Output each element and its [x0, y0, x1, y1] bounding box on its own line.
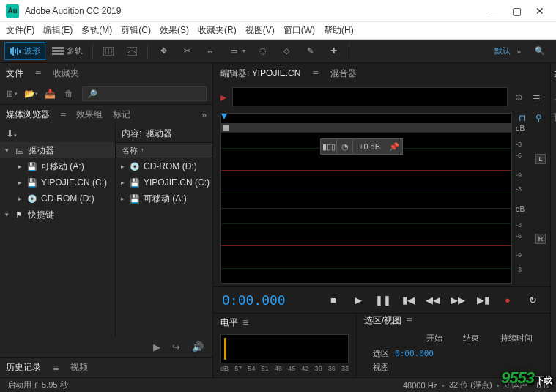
search-field[interactable]	[100, 89, 201, 98]
list-icon[interactable]: ≣	[530, 90, 543, 103]
hud-gain-overlay[interactable]: ▮▯▯ ◔ +0 dB 📌	[320, 138, 403, 155]
tab-effects-rack[interactable]: 效果组	[76, 108, 103, 121]
svg-rect-4	[19, 50, 21, 53]
minimize-button[interactable]: —	[489, 7, 497, 15]
menu-effects[interactable]: 效果(S)	[160, 24, 189, 37]
editor-panel-menu[interactable]: ≡	[312, 67, 318, 79]
menu-window[interactable]: 窗口(W)	[283, 24, 315, 37]
tool-marquee-button[interactable]: ◌	[252, 42, 274, 60]
tab-history[interactable]: 历史记录	[6, 361, 41, 374]
workspace-switcher[interactable]: 默认 » 🔍	[494, 45, 552, 56]
editor-tab[interactable]: 编辑器: YIPOJIE.CN	[220, 67, 300, 80]
rewind-button[interactable]: ◀◀	[424, 292, 442, 309]
tool-pitch-button[interactable]	[121, 42, 143, 60]
maximize-button[interactable]: ▢	[512, 7, 521, 15]
tab-favorites[interactable]: 收藏夹	[53, 67, 79, 80]
import-icon[interactable]: 📥	[44, 88, 56, 100]
tree-item[interactable]: ▸ 💾 YIPOJIE.CN (C:)	[0, 174, 115, 191]
selection-panel-menu[interactable]: ≡	[406, 314, 412, 326]
tab-media-browser[interactable]: 媒体浏览器	[6, 108, 50, 121]
menu-clip[interactable]: 剪辑(C)	[121, 24, 151, 37]
levels-meter[interactable]	[220, 334, 349, 363]
tool-heal-button[interactable]: ✚	[322, 42, 344, 60]
channel-badge-l[interactable]: L	[535, 154, 546, 164]
name-column-header[interactable]: 名称 ↑	[116, 142, 212, 158]
sel-start-value[interactable]: 0:00.000	[395, 349, 434, 358]
autoplay-icon[interactable]: ↪	[172, 341, 180, 352]
tab-files[interactable]: 文件	[6, 67, 23, 80]
tree-root-drives[interactable]: ▾ 🖴 驱动器	[0, 142, 115, 158]
files-panel-menu[interactable]: ≡	[35, 67, 41, 79]
tree-item[interactable]: ▸ 💿 CD-ROM (D:)	[0, 191, 115, 207]
search-input[interactable]: 🔎	[82, 86, 207, 101]
expand-icon[interactable]: ▸	[16, 163, 23, 170]
menu-edit[interactable]: 编辑(E)	[43, 24, 73, 37]
waveform-display[interactable]: ▮▯▯ ◔ +0 dB 📌	[220, 113, 512, 284]
download-icon[interactable]: ⬇▾	[6, 128, 17, 139]
skip-start-button[interactable]: ▮◀	[399, 292, 417, 309]
menu-favorites[interactable]: 收藏夹(R)	[198, 24, 237, 37]
tab-markers[interactable]: 标记	[113, 108, 130, 121]
collapse-icon[interactable]: ▾	[3, 211, 10, 218]
expand-icon[interactable]: ▸	[119, 163, 126, 170]
play-button[interactable]: ▶	[349, 292, 367, 309]
list-item[interactable]: ▸ 💾 可移动 (A:)	[116, 191, 212, 207]
tree-item[interactable]: ▸ 💾 可移动 (A:)	[0, 158, 115, 174]
menu-view[interactable]: 视图(V)	[245, 24, 275, 37]
menu-help[interactable]: 帮助(H)	[324, 24, 354, 37]
selection-tab[interactable]: 选区/视图 ≡	[357, 314, 550, 327]
list-item[interactable]: ▸ 💾 YIPOJIE.CN (C:)	[116, 174, 212, 191]
forward-button[interactable]: ▶▶	[449, 292, 467, 309]
levels-tab[interactable]: 电平 ≡	[213, 314, 356, 331]
close-button[interactable]: ✕	[535, 7, 544, 15]
hud-pin-icon[interactable]: 📌	[386, 139, 402, 154]
view-waveform-button[interactable]: 波形	[4, 42, 45, 60]
zoom-face-icon[interactable]: ☺	[512, 90, 525, 103]
time-ruler[interactable]	[221, 114, 511, 124]
channel-badge-r[interactable]: R	[535, 234, 546, 244]
open-file-icon[interactable]: 📂▾	[25, 88, 37, 100]
history-panel-menu[interactable]: ≡	[53, 362, 59, 374]
expand-tabs[interactable]: »	[201, 110, 207, 120]
pause-button[interactable]: ❚❚	[374, 292, 392, 309]
volume-icon[interactable]: 🔊	[192, 341, 204, 352]
levels-panel-menu[interactable]: ≡	[242, 317, 248, 328]
clip-header[interactable]	[221, 124, 511, 133]
snap-icon[interactable]: ⊓	[519, 113, 525, 123]
stop-button[interactable]: ■	[325, 292, 342, 309]
collapse-icon[interactable]: ▾	[3, 147, 10, 154]
new-file-icon[interactable]: 🗎▾	[6, 88, 18, 100]
view-multitrack-button[interactable]: 多轨	[47, 42, 88, 60]
tool-move-button[interactable]: ✥	[152, 42, 174, 60]
time-display[interactable]: 0:00.000	[222, 292, 310, 308]
skip-end-button[interactable]: ▶▮	[474, 292, 492, 309]
menu-file[interactable]: 文件(F)	[6, 24, 34, 37]
channel-right[interactable]	[221, 208, 511, 284]
tool-time-button[interactable]: ▭▾	[223, 42, 251, 60]
list-item[interactable]: ▸ 💿 CD-ROM (D:)	[116, 158, 212, 174]
expand-icon[interactable]: ▸	[119, 195, 126, 202]
tool-razor-button[interactable]: ✂	[176, 42, 198, 60]
play-preview-icon[interactable]: ▶	[153, 341, 160, 352]
tool-spectral-button[interactable]	[97, 42, 119, 60]
delete-icon[interactable]: 🗑	[63, 88, 75, 100]
clip-handle-icon[interactable]	[223, 125, 229, 131]
hud-gain-value[interactable]: +0 dB	[353, 142, 386, 151]
tool-lasso-button[interactable]: ◇	[275, 42, 297, 60]
tree-shortcuts[interactable]: ▾ ⚑ 快捷键	[0, 207, 115, 223]
overview-display[interactable]	[232, 87, 508, 106]
tab-video[interactable]: 视频	[70, 361, 88, 374]
marker-icon[interactable]: ⚲	[535, 113, 542, 123]
menu-multitrack[interactable]: 多轨(M)	[81, 24, 112, 37]
expand-icon[interactable]: ▸	[119, 179, 126, 186]
loop-button[interactable]: ↻	[524, 292, 541, 309]
media-panel-menu[interactable]: ≡	[60, 109, 66, 121]
expand-icon[interactable]: ▸	[16, 195, 23, 202]
expand-icon[interactable]: ▸	[16, 179, 23, 186]
tab-mixer[interactable]: 混音器	[330, 67, 357, 80]
search-icon[interactable]: 🔍	[534, 46, 546, 56]
tool-slip-button[interactable]: ↔	[199, 42, 221, 60]
hud-knob-icon[interactable]: ◔	[337, 139, 353, 154]
record-button[interactable]: ●	[499, 292, 516, 309]
tool-brush-button[interactable]: ✎	[299, 42, 321, 60]
